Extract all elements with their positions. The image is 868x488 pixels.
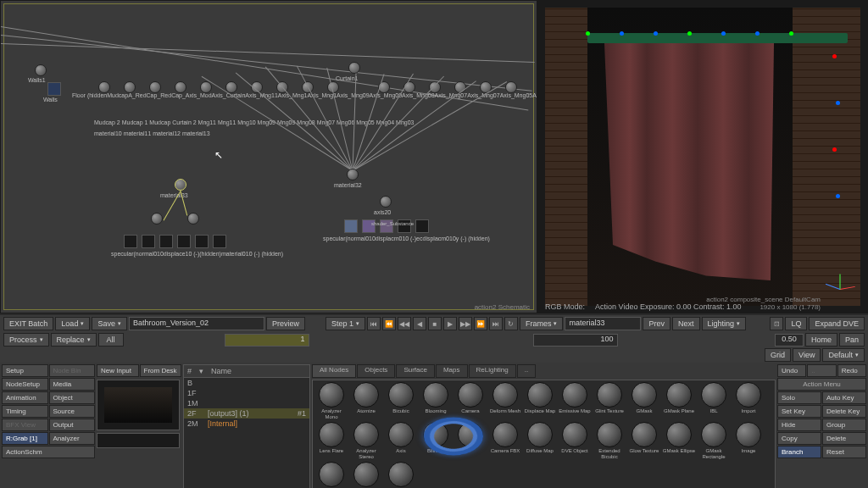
nodebin-button[interactable]: Node Bin (49, 364, 96, 377)
pan-button[interactable]: Pan (839, 333, 865, 347)
hide-button[interactable]: Hide (777, 419, 821, 431)
delete-button[interactable]: Delete (822, 432, 866, 445)
rgrab-button[interactable]: R:Grab [1] (2, 432, 48, 445)
list-item[interactable]: 1M (184, 398, 309, 408)
output-button[interactable]: Output (49, 419, 96, 431)
node-material33[interactable] (175, 179, 186, 191)
node-tex[interactable] (159, 235, 173, 248)
lighting-button[interactable]: Lighting (702, 317, 747, 330)
palette-node[interactable]: Glint Texture (593, 382, 626, 421)
palette-node[interactable]: Deform Mesh (488, 382, 522, 421)
save-button[interactable]: Save (92, 317, 127, 330)
tab-maps[interactable]: Maps (436, 364, 468, 378)
palette-node[interactable]: IBL (697, 382, 731, 421)
tab-all-nodes[interactable]: All Nodes (312, 364, 356, 378)
branch-button[interactable]: Branch (777, 446, 821, 458)
thumbnail-slot[interactable] (97, 433, 180, 448)
tab-objects[interactable]: Objects (357, 364, 395, 378)
exit-batch-button[interactable]: EXIT Batch (3, 317, 53, 330)
fit-icon[interactable]: ⊡ (770, 317, 783, 330)
node-tex[interactable] (142, 235, 155, 248)
default-button[interactable]: Default (822, 348, 865, 362)
prev-button[interactable]: Prev (643, 317, 670, 330)
palette-node[interactable]: Iris Texture (314, 462, 348, 488)
transport-loop-icon[interactable]: ↻ (504, 317, 518, 330)
node[interactable] (200, 81, 212, 93)
palette-node[interactable]: Camera FBX (488, 422, 522, 461)
deletekey-button[interactable]: Delete Key (822, 405, 866, 418)
node-tex[interactable] (344, 219, 358, 233)
undo-button[interactable]: Undo (777, 364, 806, 377)
list-item[interactable]: 2F[output3] (1)#1 (184, 408, 309, 419)
preview-button[interactable]: Preview (266, 317, 305, 330)
schematic-view[interactable]: Walls1 Walls Curtain1 Floor (hiddenMudca… (0, 0, 537, 313)
from-desk-button[interactable]: From Desk (140, 364, 182, 377)
node-walls-group[interactable] (47, 82, 61, 96)
timing-button[interactable]: Timing (2, 405, 48, 418)
palette-node[interactable]: Diffuse Map (523, 422, 557, 461)
node[interactable] (187, 213, 199, 225)
tab-relighting[interactable]: ReLighting (469, 364, 516, 378)
palette-node[interactable]: GMask Plane (662, 382, 696, 421)
palette-node[interactable]: Lens Flare (314, 422, 348, 461)
palette-node[interactable]: Image (732, 422, 765, 461)
lq-button[interactable]: LQ (785, 317, 807, 330)
transport-stop-icon[interactable]: ■ (428, 317, 442, 330)
node-walls1[interactable] (35, 64, 47, 76)
palette-node[interactable]: Analyzer Stereo (349, 422, 383, 461)
list-item[interactable]: B (184, 378, 309, 388)
next-button[interactable]: Next (672, 317, 700, 330)
material-field[interactable]: material33 (565, 317, 641, 330)
view-button[interactable]: View (793, 348, 821, 362)
node-tex[interactable] (124, 235, 137, 248)
palette-node[interactable]: GMask (627, 382, 661, 421)
node-tex[interactable] (177, 235, 191, 248)
undo-step[interactable]: .. (807, 364, 836, 377)
palette-node[interactable]: Import (732, 382, 765, 421)
thumbnail-image[interactable] (97, 380, 180, 430)
palette-node[interactable]: Atomize (349, 382, 383, 421)
solo-button[interactable]: Solo (777, 391, 821, 404)
group-button[interactable]: Group (822, 419, 866, 431)
palette-node[interactable]: Glow Texture (627, 422, 661, 461)
load-button[interactable]: Load (55, 317, 90, 330)
node[interactable] (149, 81, 161, 93)
zoom-field[interactable]: 0.50 (775, 334, 804, 347)
setup-button[interactable]: Setup (2, 364, 48, 377)
project-name-field[interactable]: Bathroom_Version_02 (129, 317, 264, 330)
expand-dve-button[interactable]: Expand DVE (809, 317, 865, 330)
transport-back-icon[interactable]: ◀◀ (398, 317, 411, 330)
actionschm-button[interactable]: ActionSchm (2, 446, 95, 458)
node[interactable] (151, 213, 163, 225)
transport-play-icon[interactable]: ▶ (443, 317, 457, 330)
media-button[interactable]: Media (49, 378, 96, 391)
home-button[interactable]: Home (805, 333, 837, 347)
palette-node[interactable]: Mate (384, 462, 418, 488)
nodesetup-button[interactable]: NodeSetup (2, 378, 48, 391)
redo-button[interactable]: Redo (837, 364, 866, 377)
process-button[interactable]: Process (3, 333, 49, 347)
palette-node[interactable]: Axis (384, 422, 418, 461)
new-input-button[interactable]: New Input (97, 364, 139, 377)
palette-node[interactable]: Displace Map (523, 382, 557, 421)
frame-end-field[interactable]: 100 (533, 334, 618, 347)
frame-start-field[interactable]: 1 (225, 334, 309, 347)
transport-fwd-icon[interactable]: ▶▶ (459, 317, 472, 330)
reset-button[interactable]: Reset (822, 446, 866, 458)
node[interactable] (98, 81, 110, 93)
grid-button[interactable]: Grid (765, 348, 791, 362)
palette-node[interactable]: Lens Texture (349, 462, 383, 488)
node[interactable] (429, 81, 441, 93)
replace-button[interactable]: Replace (51, 333, 97, 347)
autokey-button[interactable]: Auto Key (822, 391, 866, 404)
bfxview-button[interactable]: BFX View (2, 419, 48, 431)
palette-node[interactable] (453, 422, 487, 461)
node[interactable] (175, 81, 186, 93)
object-button[interactable]: Object (49, 391, 96, 404)
palette-node[interactable]: GMask Ellipse (662, 422, 696, 461)
animation-button[interactable]: Animation (2, 391, 48, 404)
transport-first-icon[interactable]: ⏮ (367, 317, 381, 330)
step-button[interactable]: Step 1 (326, 317, 365, 330)
source-button[interactable]: Source (49, 405, 96, 418)
axis-gizmo[interactable] (823, 272, 857, 306)
